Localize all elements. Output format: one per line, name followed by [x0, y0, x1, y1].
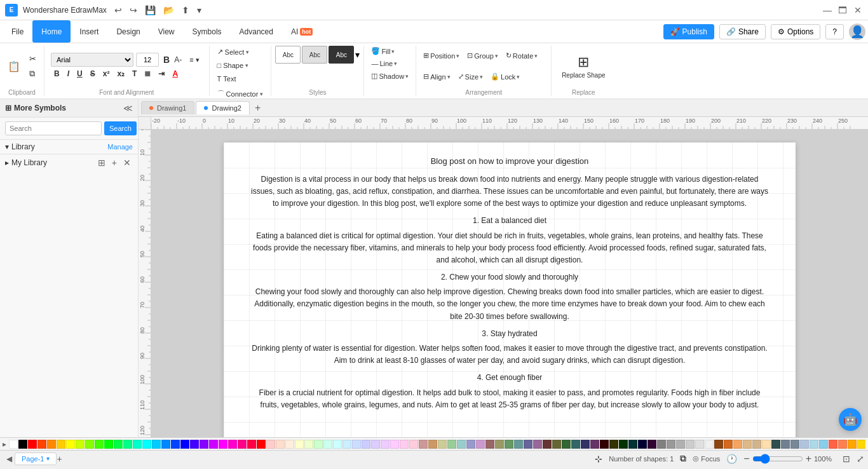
color-swatch[interactable] [466, 440, 475, 449]
color-swatch[interactable] [247, 440, 256, 449]
color-swatch[interactable] [790, 440, 799, 449]
color-swatch[interactable] [543, 440, 552, 449]
font-size-input[interactable] [136, 53, 159, 67]
undo-button[interactable]: ↩ [112, 4, 125, 17]
color-swatch[interactable] [257, 440, 266, 449]
my-library-add-button[interactable]: + [110, 157, 119, 168]
color-swatch[interactable] [200, 440, 208, 449]
color-swatch[interactable] [705, 440, 714, 449]
panel-collapse-button[interactable]: ≪ [123, 103, 133, 113]
color-swatch[interactable] [667, 440, 675, 449]
color-swatch[interactable] [209, 440, 218, 449]
cut-button[interactable]: ✂ [25, 52, 40, 65]
style-box-2[interactable]: Abc [302, 46, 327, 64]
color-swatch[interactable] [829, 440, 837, 449]
color-swatch[interactable] [266, 440, 275, 449]
color-swatch[interactable] [505, 440, 513, 449]
color-swatch[interactable] [752, 440, 761, 449]
color-swatch[interactable] [76, 440, 85, 449]
color-swatch[interactable] [381, 440, 390, 449]
menu-view[interactable]: View [149, 20, 184, 43]
color-swatch[interactable] [314, 440, 323, 449]
color-bar-arrow[interactable]: ▸ [3, 440, 6, 449]
menu-file[interactable]: File [3, 20, 32, 43]
color-swatch[interactable] [409, 440, 418, 449]
color-swatch[interactable] [857, 440, 865, 449]
fill-button[interactable]: 🪣 Fill ▾ [368, 46, 398, 57]
tab-add-button[interactable]: + [251, 101, 264, 115]
color-swatch[interactable] [571, 440, 580, 449]
menu-design[interactable]: Design [107, 20, 149, 43]
user-avatar[interactable]: 👤 [849, 24, 865, 40]
color-swatch[interactable] [400, 440, 409, 449]
color-swatch[interactable] [457, 440, 466, 449]
fit-button[interactable]: ⊡ [843, 454, 850, 464]
list-button[interactable]: ≣ [141, 68, 154, 79]
align-arrange-button[interactable]: ⊟ Align ▾ [420, 71, 453, 82]
color-swatch[interactable] [771, 440, 780, 449]
style-box-3[interactable]: Abc [329, 46, 354, 64]
search-button[interactable]: Search [104, 121, 137, 135]
open-button[interactable]: 📂 [161, 4, 177, 17]
cursor-tool-icon[interactable]: ⊹ [595, 454, 602, 464]
zoom-slider[interactable] [752, 454, 803, 464]
color-swatch[interactable] [152, 440, 161, 449]
color-swatch[interactable] [838, 440, 847, 449]
focus-button[interactable]: ◎ Focus [693, 454, 720, 463]
color-swatch[interactable] [648, 440, 656, 449]
color-swatch[interactable] [714, 440, 723, 449]
select-button[interactable]: ↗ Select ▾ [214, 46, 254, 58]
color-swatch[interactable] [304, 440, 313, 449]
font-family-select[interactable]: Arial [51, 53, 133, 67]
color-swatch[interactable] [333, 440, 342, 449]
color-swatch[interactable] [762, 440, 771, 449]
color-swatch[interactable] [142, 440, 151, 449]
color-swatch[interactable] [362, 440, 370, 449]
my-library-save-button[interactable]: ⊞ [96, 157, 107, 168]
add-page-button[interactable]: + [57, 454, 62, 464]
color-swatch[interactable] [9, 440, 18, 449]
color-swatch[interactable] [733, 440, 742, 449]
align-button[interactable]: ≡ ▾ [186, 55, 202, 65]
color-swatch[interactable] [533, 440, 542, 449]
menu-home[interactable]: Home [32, 20, 71, 43]
color-swatch[interactable] [695, 440, 704, 449]
search-input[interactable] [5, 121, 102, 135]
color-swatch[interactable] [114, 440, 123, 449]
publish-button[interactable]: 🚀 Publish [663, 24, 714, 39]
style-box-1[interactable]: Abc [275, 46, 301, 64]
help-button[interactable]: ? [825, 24, 844, 39]
color-swatch[interactable] [638, 440, 647, 449]
my-library-label[interactable]: ▸ My Library [5, 158, 47, 167]
color-swatch[interactable] [495, 440, 504, 449]
color-swatch[interactable] [390, 440, 399, 449]
superscript-button[interactable]: x² [100, 68, 113, 79]
expand-button[interactable]: ⤢ [857, 454, 864, 464]
color-swatch[interactable] [18, 440, 27, 449]
library-label[interactable]: ▾ Library [5, 142, 35, 151]
text-tool-button[interactable]: T Text [214, 73, 240, 85]
underline-button[interactable]: U [74, 68, 86, 79]
maximize-button[interactable]: 🗖 [837, 5, 848, 15]
color-swatch[interactable] [47, 440, 56, 449]
shape-button[interactable]: □ Shape ▾ [214, 60, 252, 71]
italic-button[interactable]: I [64, 68, 72, 79]
color-swatch[interactable] [219, 440, 227, 449]
color-swatch[interactable] [810, 440, 818, 449]
color-swatch[interactable] [28, 440, 37, 449]
color-swatch[interactable] [323, 440, 332, 449]
color-swatch[interactable] [238, 440, 247, 449]
shadow-button[interactable]: ◫ Shadow ▾ [368, 71, 412, 81]
menu-symbols[interactable]: Symbols [184, 20, 231, 43]
color-swatch[interactable] [781, 440, 790, 449]
color-swatch[interactable] [724, 440, 733, 449]
menu-insert[interactable]: Insert [71, 20, 107, 43]
color-swatch[interactable] [686, 440, 695, 449]
color-swatch[interactable] [123, 440, 132, 449]
color-swatch[interactable] [180, 440, 189, 449]
options-button[interactable]: ⚙ Options [771, 24, 820, 39]
menu-ai[interactable]: AIhot [282, 20, 322, 43]
subscript-button[interactable]: x₂ [114, 68, 128, 79]
color-swatch[interactable] [600, 440, 609, 449]
tab-drawing1[interactable]: Drawing1 [141, 101, 194, 114]
